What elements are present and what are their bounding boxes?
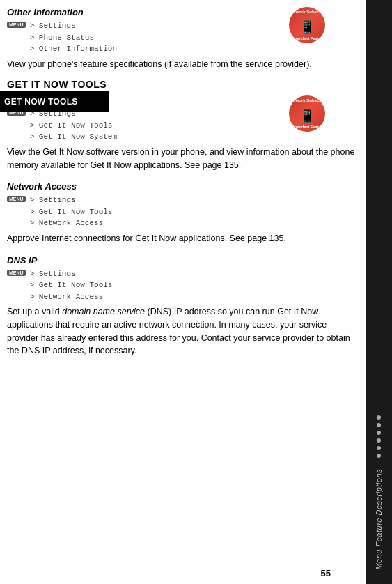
other-info-path-3: > Other Information	[30, 43, 117, 55]
sidebar-dot-4	[377, 438, 381, 443]
badge-circle-other-info: Network/Subscription 📱 Dependent Feature	[289, 7, 325, 43]
sidebar-dot-5	[377, 446, 381, 450]
main-content: GET NOW TOOLs Other Information MENU > S…	[0, 0, 366, 584]
na-path-1: > Settings	[30, 194, 113, 206]
sidebar-dot-2	[377, 423, 381, 427]
sidebar-label: Menu Feature Descriptions	[375, 469, 383, 570]
badge-bottom-text-gns: Dependent Feature	[289, 125, 325, 129]
na-path-3: > Network Access	[30, 217, 113, 229]
badge-bottom-text-other-info: Dependent Feature	[289, 36, 325, 40]
network-access-path-container: MENU > Settings > Get It Now Tools > Net…	[7, 194, 356, 229]
dns-ip-path-container: MENU > Settings > Get It Now Tools > Net…	[7, 268, 356, 303]
network-access-header: Network Access	[7, 181, 356, 192]
other-info-path-container: MENU > Settings > Phone Status > Other I…	[7, 20, 320, 55]
dns-ip-body: Set up a valid domain name service (DNS)…	[7, 305, 356, 358]
dns-path-1: > Settings	[30, 268, 113, 280]
dns-ip-header: DNS IP	[7, 255, 356, 266]
other-info-text-col: Other Information MENU > Settings > Phon…	[7, 7, 320, 55]
network-access-menu-path: > Settings > Get It Now Tools > Network …	[30, 194, 113, 229]
badge-other-info: Network/Subscription 📱 Dependent Feature	[289, 7, 325, 43]
left-black-label: GET NOW TOOLs	[0, 91, 109, 112]
dns-path-3: > Network Access	[30, 291, 113, 303]
dns-ip-menu-path: > Settings > Get It Now Tools > Network …	[30, 268, 113, 303]
gns-path-3: > Get It Now System	[30, 131, 117, 143]
other-info-path-2: > Phone Status	[30, 32, 117, 44]
right-sidebar: Menu Feature Descriptions	[366, 0, 392, 584]
badge-get-it-now-system: Network/Subscription 📱 Dependent Feature	[289, 95, 325, 132]
badge-phone-icon-other-info: 📱	[299, 20, 315, 35]
sidebar-dot-1	[377, 415, 381, 420]
network-access-section: Network Access MENU > Settings > Get It …	[7, 181, 356, 245]
other-info-header: Other Information	[7, 7, 320, 17]
network-access-body: Approve Internet connections for Get It …	[7, 232, 356, 245]
badge-circle-gns: Network/Subscription 📱 Dependent Feature	[289, 95, 325, 132]
get-it-now-system-path-container: MENU > Settings > Get It Now Tools > Get…	[7, 108, 320, 143]
get-it-now-tools-title: Get It Now Tools	[7, 79, 356, 90]
sidebar-dots	[377, 415, 381, 458]
dns-body-italic: domain name service	[62, 307, 145, 316]
badge-top-text-gns: Network/Subscription	[289, 98, 325, 103]
page-number: 55	[321, 568, 331, 578]
dns-body-prefix: Set up a valid	[7, 307, 62, 316]
dns-ip-title: DNS IP	[7, 255, 37, 266]
other-info-menu-path: > Settings > Phone Status > Other Inform…	[30, 20, 117, 55]
na-path-2: > Get It Now Tools	[30, 206, 113, 218]
menu-icon-other-info: MENU	[7, 22, 26, 28]
badge-top-text-other-info: Network/Subscription	[289, 10, 325, 15]
sidebar-dot-6	[377, 454, 381, 458]
other-info-title: Other Information	[7, 7, 84, 17]
other-info-body: View your phone's feature specifications…	[7, 58, 356, 71]
dns-ip-section: DNS IP MENU > Settings > Get It Now Tool…	[7, 255, 356, 358]
page-wrapper: GET NOW TOOLs Other Information MENU > S…	[0, 0, 392, 584]
menu-icon-network-access: MENU	[7, 196, 26, 202]
gns-path-2: > Get It Now Tools	[30, 120, 117, 132]
get-it-now-system-body: View the Get It Now software version in …	[7, 146, 356, 172]
sidebar-dot-3	[377, 431, 381, 435]
network-access-title: Network Access	[7, 181, 77, 192]
menu-icon-dns-ip: MENU	[7, 270, 26, 276]
dns-path-2: > Get It Now Tools	[30, 279, 113, 291]
other-info-path-1: > Settings	[30, 20, 117, 32]
get-it-now-system-menu-path: > Settings > Get It Now Tools > Get It N…	[30, 108, 117, 143]
other-information-section: Other Information MENU > Settings > Phon…	[7, 7, 356, 70]
badge-phone-icon-gns: 📱	[299, 108, 315, 123]
